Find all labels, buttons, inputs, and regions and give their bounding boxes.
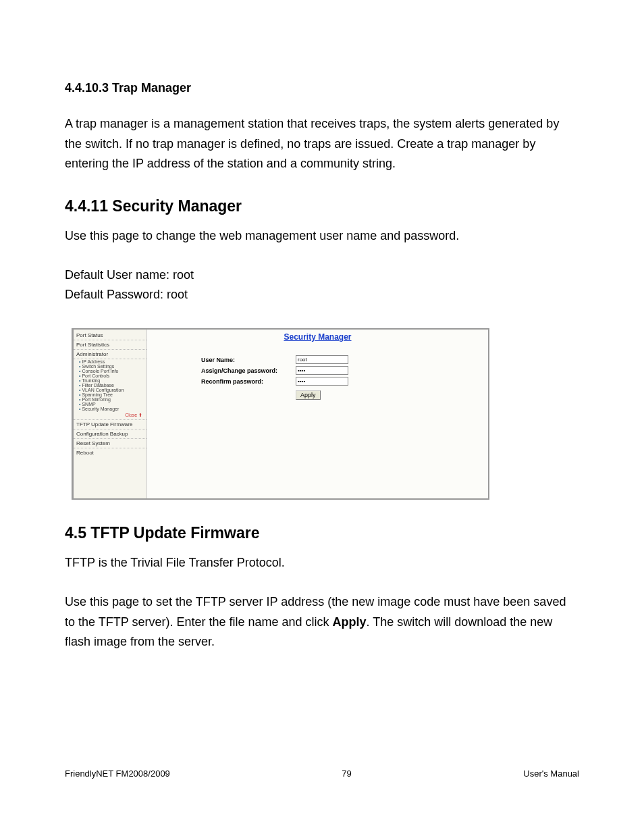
sidebar-sub-spanning-tree[interactable]: Spanning Tree bbox=[74, 392, 146, 397]
row-username: User Name: bbox=[154, 355, 481, 364]
screenshot-sidebar: Port Status Port Statistics Administrato… bbox=[74, 330, 147, 498]
sidebar-sub-vlan-config[interactable]: VLAN Configuration bbox=[74, 388, 146, 392]
paragraph-trap-manager: A trap manager is a management station t… bbox=[65, 114, 579, 174]
sidebar-item-reboot[interactable]: Reboot bbox=[74, 448, 146, 457]
sidebar-sub-switch-settings[interactable]: Switch Settings bbox=[74, 364, 146, 369]
pane-title: Security Manager bbox=[154, 332, 481, 342]
sidebar-item-reset-system[interactable]: Reset System bbox=[74, 439, 146, 448]
sidebar-sub-console-port-info[interactable]: Console Port Info bbox=[74, 369, 146, 373]
apply-button[interactable]: Apply bbox=[296, 390, 321, 400]
row-apply: Apply bbox=[154, 388, 481, 400]
tftp2-bold: Apply bbox=[333, 615, 367, 629]
sidebar-sub-port-controls[interactable]: Port Controls bbox=[74, 373, 146, 378]
sidebar-item-tftp[interactable]: TFTP Update Firmware bbox=[74, 420, 146, 429]
default-username: Default User name: root bbox=[65, 265, 579, 285]
label-username: User Name: bbox=[201, 357, 296, 363]
input-assign-password[interactable] bbox=[296, 366, 348, 375]
heading-trap-manager: 4.4.10.3 Trap Manager bbox=[65, 81, 579, 95]
embedded-screenshot: Port Status Port Statistics Administrato… bbox=[72, 328, 489, 500]
paragraph-tftp-2: Use this page to set the TFTP server IP … bbox=[65, 592, 579, 652]
sidebar-item-config-backup[interactable]: Configuration Backup bbox=[74, 429, 146, 439]
row-reconfirm-password: Reconfirm password: bbox=[154, 377, 481, 386]
paragraph-security-intro: Use this page to change the web manageme… bbox=[65, 226, 579, 246]
input-username[interactable] bbox=[296, 355, 348, 364]
sidebar-item-port-status[interactable]: Port Status bbox=[74, 331, 146, 340]
default-password: Default Password: root bbox=[65, 285, 579, 305]
page-footer: FriendlyNET FM2008/2009 79 User's Manual bbox=[65, 768, 579, 779]
input-reconfirm-password[interactable] bbox=[296, 377, 348, 386]
footer-right: User's Manual bbox=[523, 768, 579, 779]
row-assign-password: Assign/Change password: bbox=[154, 366, 481, 375]
footer-left: FriendlyNET FM2008/2009 bbox=[65, 768, 170, 779]
sidebar-sub-port-mirroring[interactable]: Port Mirroring bbox=[74, 397, 146, 402]
sidebar-sub-security-manager[interactable]: Security Manager bbox=[74, 407, 146, 411]
sidebar-sub-trunking[interactable]: Trunking bbox=[74, 378, 146, 383]
sidebar-item-port-statistics[interactable]: Port Statistics bbox=[74, 340, 146, 350]
heading-security-manager: 4.4.11 Security Manager bbox=[65, 197, 579, 215]
label-reconfirm-password: Reconfirm password: bbox=[201, 378, 296, 385]
sidebar-sub-ip-address[interactable]: IP Address bbox=[74, 359, 146, 364]
sidebar-sub-filter-database[interactable]: Filter Database bbox=[74, 383, 146, 388]
footer-page-number: 79 bbox=[342, 768, 351, 779]
defaults-block: Default User name: root Default Password… bbox=[65, 265, 579, 305]
paragraph-tftp-1: TFTP is the Trivial File Transfer Protoc… bbox=[65, 553, 579, 573]
sidebar-sub-snmp[interactable]: SNMP bbox=[74, 402, 146, 407]
sidebar-close[interactable]: Close ⬆ bbox=[74, 411, 146, 420]
page: 4.4.10.3 Trap Manager A trap manager is … bbox=[0, 0, 644, 834]
label-assign-password: Assign/Change password: bbox=[201, 367, 296, 374]
screenshot-content-pane: Security Manager User Name: Assign/Chang… bbox=[147, 330, 488, 498]
heading-tftp: 4.5 TFTP Update Firmware bbox=[65, 524, 579, 542]
sidebar-item-administrator[interactable]: Administrator bbox=[74, 350, 146, 359]
